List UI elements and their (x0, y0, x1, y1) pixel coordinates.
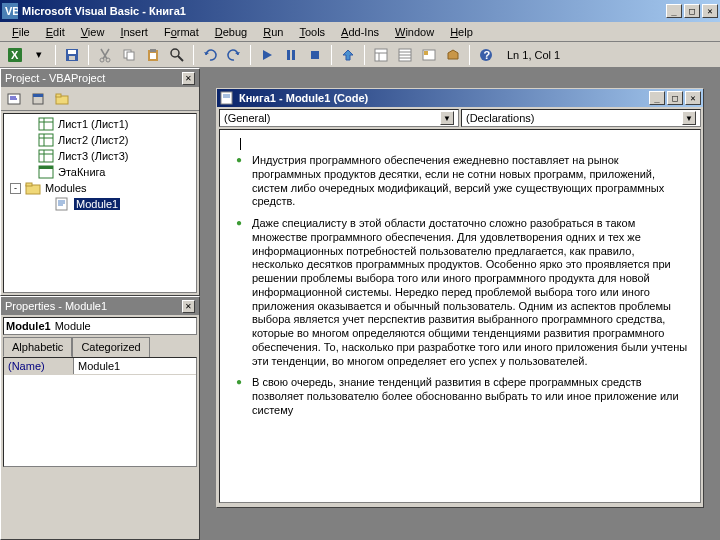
reset-button[interactable] (304, 44, 326, 66)
menu-tools[interactable]: Tools (291, 24, 333, 40)
svg-rect-5 (68, 50, 76, 54)
bullet-item: Индустрия программного обеспечения ежедн… (232, 154, 688, 209)
chevron-down-icon: ▼ (682, 111, 696, 125)
menu-run[interactable]: Run (255, 24, 291, 40)
minimize-button[interactable]: _ (666, 4, 682, 18)
bullet-item: Даже специалисту в этой области достаточ… (232, 217, 688, 368)
undo-button[interactable] (199, 44, 221, 66)
bullet-item: В свою очередь, знание тенденций развити… (232, 376, 688, 417)
run-button[interactable] (256, 44, 278, 66)
svg-point-7 (100, 58, 104, 62)
main-toolbar: X ▾ ? Ln 1, Col 1 (0, 42, 720, 68)
excel-icon[interactable]: X (4, 44, 26, 66)
toolbox-button[interactable] (442, 44, 464, 66)
menu-insert[interactable]: Insert (112, 24, 156, 40)
tree-node-workbook[interactable]: ЭтаКнига (6, 164, 194, 180)
svg-line-15 (178, 56, 183, 61)
svg-rect-18 (311, 51, 319, 59)
paste-button[interactable] (142, 44, 164, 66)
code-minimize-button[interactable]: _ (649, 91, 665, 105)
properties-button[interactable] (394, 44, 416, 66)
view-code-button[interactable] (3, 88, 25, 110)
design-mode-button[interactable] (337, 44, 359, 66)
cut-button[interactable] (94, 44, 116, 66)
save-button[interactable] (61, 44, 83, 66)
menu-help[interactable]: Help (442, 24, 481, 40)
svg-rect-43 (39, 150, 53, 162)
tree-node-sheet1[interactable]: Лист1 (Лист1) (6, 116, 194, 132)
svg-rect-50 (56, 198, 67, 210)
tree-node-modules-folder[interactable]: -Modules (6, 180, 194, 196)
mdi-area: Книга1 - Module1 (Code) _ □ ✕ (General) … (200, 68, 720, 540)
text-cursor (240, 138, 688, 150)
project-pane-title: Project - VBAProject (5, 72, 105, 84)
project-pane-close[interactable]: ✕ (182, 72, 195, 85)
vb-icon: VB (2, 3, 18, 19)
svg-text:?: ? (484, 49, 491, 61)
menu-edit[interactable]: Edit (38, 24, 73, 40)
code-window-title: Книга1 - Module1 (Code) (239, 92, 649, 104)
app-titlebar: VB Microsoft Visual Basic - Книга1 _ □ ✕ (0, 0, 720, 22)
menu-file[interactable]: File (4, 24, 38, 40)
menubar: File Edit View Insert Format Debug Run T… (0, 22, 720, 42)
maximize-button[interactable]: □ (684, 4, 700, 18)
svg-rect-6 (69, 56, 75, 60)
toggle-folders-button[interactable] (51, 88, 73, 110)
app-title: Microsoft Visual Basic - Книга1 (22, 5, 666, 17)
svg-rect-40 (39, 134, 53, 146)
svg-rect-17 (292, 50, 295, 60)
tree-node-module1[interactable]: Module1 (6, 196, 194, 212)
tree-node-sheet3[interactable]: Лист3 (Лист3) (6, 148, 194, 164)
svg-rect-19 (375, 49, 387, 61)
help-button[interactable]: ? (475, 44, 497, 66)
project-explorer-pane: Project - VBAProject ✕ Лист1 (Лист1) Лис… (0, 68, 200, 296)
code-editor[interactable]: Индустрия программного обеспечения ежедн… (219, 129, 701, 503)
properties-pane-title: Properties - Module1 (5, 300, 107, 312)
tree-node-sheet2[interactable]: Лист2 (Лист2) (6, 132, 194, 148)
project-explorer-button[interactable] (370, 44, 392, 66)
code-close-button[interactable]: ✕ (685, 91, 701, 105)
svg-point-8 (106, 58, 110, 62)
copy-button[interactable] (118, 44, 140, 66)
collapse-icon[interactable]: - (10, 183, 21, 194)
close-button[interactable]: ✕ (702, 4, 718, 18)
code-window: Книга1 - Module1 (Code) _ □ ✕ (General) … (216, 88, 704, 508)
object-combo[interactable]: (General) ▼ (219, 109, 459, 127)
properties-pane: Properties - Module1 ✕ Module1 Module Al… (0, 296, 200, 540)
svg-rect-27 (424, 51, 428, 55)
svg-rect-12 (150, 49, 156, 52)
properties-pane-close[interactable]: ✕ (182, 300, 195, 313)
menu-window[interactable]: Window (387, 24, 442, 40)
view-object-button[interactable] (27, 88, 49, 110)
properties-grid[interactable]: (Name) Module1 (3, 357, 197, 467)
svg-rect-13 (150, 53, 156, 59)
menu-addins[interactable]: Add-Ins (333, 24, 387, 40)
code-maximize-button[interactable]: □ (667, 91, 683, 105)
redo-button[interactable] (223, 44, 245, 66)
cursor-position: Ln 1, Col 1 (507, 49, 560, 61)
procedure-combo[interactable]: (Declarations) ▼ (461, 109, 701, 127)
properties-object-selector[interactable]: Module1 Module (3, 317, 197, 335)
code-window-icon (219, 90, 235, 106)
chevron-down-icon: ▼ (440, 111, 454, 125)
workspace: Project - VBAProject ✕ Лист1 (Лист1) Лис… (0, 68, 720, 540)
svg-point-14 (171, 49, 179, 57)
svg-rect-47 (39, 166, 53, 169)
tab-categorized[interactable]: Categorized (72, 337, 149, 357)
menu-debug[interactable]: Debug (207, 24, 255, 40)
property-row: (Name) Module1 (4, 358, 196, 375)
object-browser-button[interactable] (418, 44, 440, 66)
svg-rect-16 (287, 50, 290, 60)
find-button[interactable] (166, 44, 188, 66)
break-button[interactable] (280, 44, 302, 66)
svg-rect-34 (33, 94, 43, 97)
tab-alphabetic[interactable]: Alphabetic (3, 337, 72, 357)
svg-text:X: X (11, 49, 19, 61)
svg-rect-37 (39, 118, 53, 130)
insert-dropdown[interactable]: ▾ (28, 44, 50, 66)
project-tree[interactable]: Лист1 (Лист1) Лист2 (Лист2) Лист3 (Лист3… (3, 113, 197, 293)
menu-view[interactable]: View (73, 24, 113, 40)
svg-rect-54 (221, 92, 232, 104)
svg-rect-36 (56, 94, 61, 97)
menu-format[interactable]: Format (156, 24, 207, 40)
